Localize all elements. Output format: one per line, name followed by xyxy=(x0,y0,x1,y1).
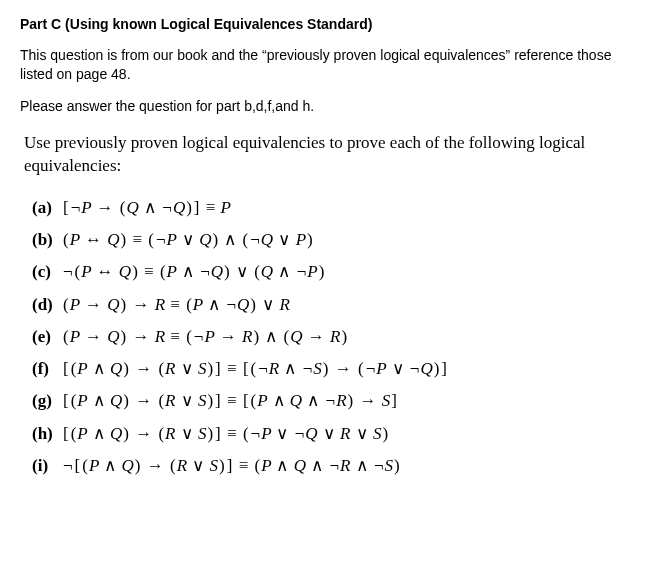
intro-text: This question is from our book and the “… xyxy=(20,46,629,84)
item-expr-d: (P → Q) → R ≡ (P ∧ ¬Q) ∨ R xyxy=(62,289,290,321)
list-item: (h) [(P ∧ Q) → (R ∨ S)] ≡ (¬P ∨ ¬Q ∨ R ∨… xyxy=(32,418,629,450)
list-item: (i) ¬[(P ∧ Q) → (R ∨ S)] ≡ (P ∧ Q ∧ ¬R ∧… xyxy=(32,450,629,482)
list-item: (a) [¬P → (Q ∧ ¬Q)] ≡ P xyxy=(32,192,629,224)
item-expr-i: ¬[(P ∧ Q) → (R ∨ S)] ≡ (P ∧ Q ∧ ¬R ∧ ¬S) xyxy=(62,450,401,482)
item-label-e: (e) xyxy=(32,321,62,353)
list-item: (g) [(P ∧ Q) → (R ∨ S)] ≡ [(P ∧ Q ∧ ¬R) … xyxy=(32,385,629,417)
item-expr-c: ¬(P ↔ Q) ≡ (P ∧ ¬Q) ∨ (Q ∧ ¬P) xyxy=(62,256,325,288)
instruction-text: Please answer the question for part b,d,… xyxy=(20,98,629,114)
item-expr-e: (P → Q) → R ≡ (¬P → R) ∧ (Q → R) xyxy=(62,321,348,353)
item-label-c: (c) xyxy=(32,256,62,288)
item-label-b: (b) xyxy=(32,224,62,256)
item-label-i: (i) xyxy=(32,450,62,482)
list-item: (e) (P → Q) → R ≡ (¬P → R) ∧ (Q → R) xyxy=(32,321,629,353)
list-item: (c) ¬(P ↔ Q) ≡ (P ∧ ¬Q) ∨ (Q ∧ ¬P) xyxy=(32,256,629,288)
item-expr-f: [(P ∧ Q) → (R ∨ S)] ≡ [(¬R ∧ ¬S) → (¬P ∨… xyxy=(62,353,448,385)
item-expr-b: (P ↔ Q) ≡ (¬P ∨ Q) ∧ (¬Q ∨ P) xyxy=(62,224,314,256)
item-label-f: (f) xyxy=(32,353,62,385)
item-label-h: (h) xyxy=(32,418,62,450)
item-expr-h: [(P ∧ Q) → (R ∨ S)] ≡ (¬P ∨ ¬Q ∨ R ∨ S) xyxy=(62,418,389,450)
list-item: (f) [(P ∧ Q) → (R ∨ S)] ≡ [(¬R ∧ ¬S) → (… xyxy=(32,353,629,385)
list-item: (d) (P → Q) → R ≡ (P ∧ ¬Q) ∨ R xyxy=(32,289,629,321)
item-label-g: (g) xyxy=(32,385,62,417)
use-statement: Use previously proven logical equivalenc… xyxy=(24,132,625,178)
list-item: (b) (P ↔ Q) ≡ (¬P ∨ Q) ∧ (¬Q ∨ P) xyxy=(32,224,629,256)
item-label-d: (d) xyxy=(32,289,62,321)
item-expr-g: [(P ∧ Q) → (R ∨ S)] ≡ [(P ∧ Q ∧ ¬R) → S] xyxy=(62,385,398,417)
item-label-a: (a) xyxy=(32,192,62,224)
part-title: Part C (Using known Logical Equivalences… xyxy=(20,16,629,32)
item-expr-a: [¬P → (Q ∧ ¬Q)] ≡ P xyxy=(62,192,231,224)
equivalence-list: (a) [¬P → (Q ∧ ¬Q)] ≡ P (b) (P ↔ Q) ≡ (¬… xyxy=(32,192,629,483)
